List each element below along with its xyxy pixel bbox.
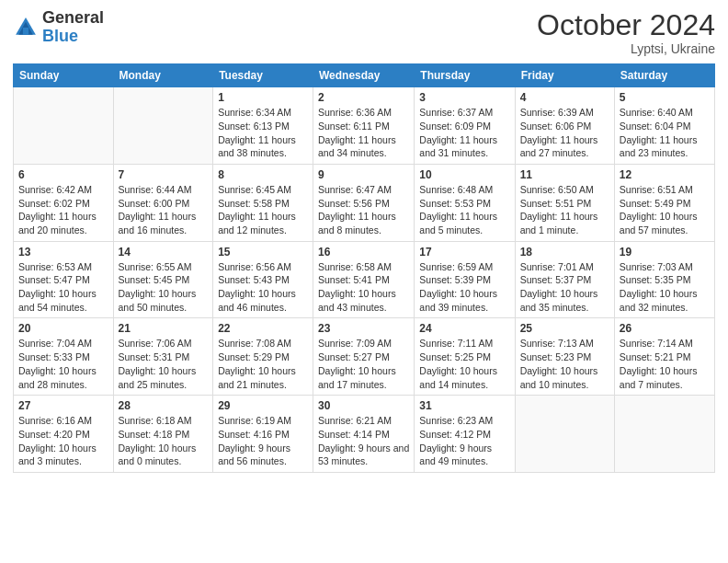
calendar-cell: 16Sunrise: 6:58 AMSunset: 5:41 PMDayligh… xyxy=(313,241,415,318)
logo-text: General Blue xyxy=(42,9,104,46)
day-info: Sunrise: 6:39 AMSunset: 6:06 PMDaylight:… xyxy=(520,106,609,160)
day-info: Sunrise: 7:13 AMSunset: 5:23 PMDaylight:… xyxy=(520,337,609,391)
day-info: Sunrise: 6:47 AMSunset: 5:56 PMDaylight:… xyxy=(318,183,409,237)
day-info: Sunrise: 6:42 AMSunset: 6:02 PMDaylight:… xyxy=(18,183,108,237)
day-info: Sunrise: 6:53 AMSunset: 5:47 PMDaylight:… xyxy=(18,260,108,315)
day-info: Sunrise: 6:21 AMSunset: 4:14 PMDaylight:… xyxy=(318,414,409,468)
day-number: 15 xyxy=(218,246,308,259)
calendar-cell: 27Sunrise: 6:16 AMSunset: 4:20 PMDayligh… xyxy=(14,396,114,473)
col-tuesday: Tuesday xyxy=(213,64,313,87)
day-info: Sunrise: 6:19 AMSunset: 4:16 PMDaylight:… xyxy=(218,414,308,468)
day-info: Sunrise: 6:55 AMSunset: 5:45 PMDaylight:… xyxy=(119,260,209,315)
calendar-cell: 13Sunrise: 6:53 AMSunset: 5:47 PMDayligh… xyxy=(14,241,114,318)
day-info: Sunrise: 7:04 AMSunset: 5:33 PMDaylight:… xyxy=(18,337,108,391)
day-number: 27 xyxy=(18,399,108,412)
day-info: Sunrise: 6:34 AMSunset: 6:13 PMDaylight:… xyxy=(218,106,308,160)
day-info: Sunrise: 7:03 AMSunset: 5:35 PMDaylight:… xyxy=(620,260,710,315)
day-number: 11 xyxy=(520,168,609,181)
day-number: 4 xyxy=(520,91,609,104)
calendar-cell: 3Sunrise: 6:37 AMSunset: 6:09 PMDaylight… xyxy=(415,87,515,165)
calendar-cell xyxy=(14,87,114,165)
calendar-cell: 26Sunrise: 7:14 AMSunset: 5:21 PMDayligh… xyxy=(614,318,714,396)
day-number: 12 xyxy=(620,168,710,181)
calendar-cell: 30Sunrise: 6:21 AMSunset: 4:14 PMDayligh… xyxy=(313,396,415,473)
col-saturday: Saturday xyxy=(614,64,714,87)
calendar-week-row: 27Sunrise: 6:16 AMSunset: 4:20 PMDayligh… xyxy=(14,396,715,473)
day-info: Sunrise: 6:16 AMSunset: 4:20 PMDaylight:… xyxy=(18,414,108,468)
day-number: 3 xyxy=(419,91,509,104)
day-number: 18 xyxy=(520,246,609,259)
day-info: Sunrise: 6:51 AMSunset: 5:49 PMDaylight:… xyxy=(620,183,710,237)
calendar-cell: 5Sunrise: 6:40 AMSunset: 6:04 PMDaylight… xyxy=(614,87,714,165)
calendar-cell: 4Sunrise: 6:39 AMSunset: 6:06 PMDaylight… xyxy=(515,87,614,165)
day-number: 2 xyxy=(318,91,409,104)
day-info: Sunrise: 6:44 AMSunset: 6:00 PMDaylight:… xyxy=(119,183,209,237)
calendar-cell: 24Sunrise: 7:11 AMSunset: 5:25 PMDayligh… xyxy=(415,318,515,396)
day-number: 28 xyxy=(119,399,209,412)
calendar-cell: 2Sunrise: 6:36 AMSunset: 6:11 PMDaylight… xyxy=(313,87,415,165)
day-number: 17 xyxy=(419,246,509,259)
day-info: Sunrise: 7:11 AMSunset: 5:25 PMDaylight:… xyxy=(419,337,509,391)
calendar-cell: 17Sunrise: 6:59 AMSunset: 5:39 PMDayligh… xyxy=(415,241,515,318)
day-info: Sunrise: 7:08 AMSunset: 5:29 PMDaylight:… xyxy=(218,337,308,391)
calendar-cell: 9Sunrise: 6:47 AMSunset: 5:56 PMDaylight… xyxy=(313,164,415,241)
logo-icon xyxy=(13,15,39,40)
day-number: 30 xyxy=(318,399,409,412)
day-info: Sunrise: 7:09 AMSunset: 5:27 PMDaylight:… xyxy=(318,337,409,391)
day-info: Sunrise: 6:45 AMSunset: 5:58 PMDaylight:… xyxy=(218,183,308,237)
day-number: 31 xyxy=(419,399,509,412)
title-area: October 2024 Lyptsi, Ukraine xyxy=(537,9,715,56)
calendar-cell: 14Sunrise: 6:55 AMSunset: 5:45 PMDayligh… xyxy=(113,241,213,318)
col-wednesday: Wednesday xyxy=(313,64,415,87)
col-friday: Friday xyxy=(515,64,614,87)
day-number: 21 xyxy=(119,322,209,335)
day-number: 24 xyxy=(419,322,509,335)
day-number: 7 xyxy=(119,168,209,181)
day-number: 19 xyxy=(620,246,710,259)
day-number: 6 xyxy=(18,168,108,181)
day-info: Sunrise: 6:58 AMSunset: 5:41 PMDaylight:… xyxy=(318,260,409,315)
calendar-cell: 1Sunrise: 6:34 AMSunset: 6:13 PMDaylight… xyxy=(213,87,313,165)
day-info: Sunrise: 6:48 AMSunset: 5:53 PMDaylight:… xyxy=(419,183,509,237)
day-info: Sunrise: 6:40 AMSunset: 6:04 PMDaylight:… xyxy=(620,106,710,160)
calendar-week-row: 6Sunrise: 6:42 AMSunset: 6:02 PMDaylight… xyxy=(14,164,715,241)
calendar-cell: 15Sunrise: 6:56 AMSunset: 5:43 PMDayligh… xyxy=(213,241,313,318)
day-info: Sunrise: 7:14 AMSunset: 5:21 PMDaylight:… xyxy=(620,337,710,391)
day-info: Sunrise: 6:56 AMSunset: 5:43 PMDaylight:… xyxy=(218,260,308,315)
calendar-cell: 28Sunrise: 6:18 AMSunset: 4:18 PMDayligh… xyxy=(113,396,213,473)
location-subtitle: Lyptsi, Ukraine xyxy=(537,41,715,56)
calendar-cell xyxy=(614,396,714,473)
day-number: 25 xyxy=(520,322,609,335)
calendar-week-row: 1Sunrise: 6:34 AMSunset: 6:13 PMDaylight… xyxy=(14,87,715,165)
calendar-cell: 18Sunrise: 7:01 AMSunset: 5:37 PMDayligh… xyxy=(515,241,614,318)
calendar-cell: 7Sunrise: 6:44 AMSunset: 6:00 PMDaylight… xyxy=(113,164,213,241)
day-number: 9 xyxy=(318,168,409,181)
calendar-cell: 8Sunrise: 6:45 AMSunset: 5:58 PMDaylight… xyxy=(213,164,313,241)
day-info: Sunrise: 6:37 AMSunset: 6:09 PMDaylight:… xyxy=(419,106,509,160)
calendar-cell: 12Sunrise: 6:51 AMSunset: 5:49 PMDayligh… xyxy=(614,164,714,241)
svg-rect-2 xyxy=(23,28,28,35)
logo: General Blue xyxy=(13,9,104,46)
day-info: Sunrise: 6:59 AMSunset: 5:39 PMDaylight:… xyxy=(419,260,509,315)
main-container: General Blue October 2024 Lyptsi, Ukrain… xyxy=(0,0,728,482)
col-sunday: Sunday xyxy=(14,64,114,87)
calendar-cell: 21Sunrise: 7:06 AMSunset: 5:31 PMDayligh… xyxy=(113,318,213,396)
calendar-cell xyxy=(113,87,213,165)
calendar-cell xyxy=(515,396,614,473)
logo-blue-text: Blue xyxy=(42,28,104,46)
calendar-cell: 23Sunrise: 7:09 AMSunset: 5:27 PMDayligh… xyxy=(313,318,415,396)
day-info: Sunrise: 6:50 AMSunset: 5:51 PMDaylight:… xyxy=(520,183,609,237)
day-number: 23 xyxy=(318,322,409,335)
day-number: 16 xyxy=(318,246,409,259)
day-info: Sunrise: 6:23 AMSunset: 4:12 PMDaylight:… xyxy=(419,414,509,468)
calendar-cell: 10Sunrise: 6:48 AMSunset: 5:53 PMDayligh… xyxy=(415,164,515,241)
day-info: Sunrise: 6:18 AMSunset: 4:18 PMDaylight:… xyxy=(119,414,209,468)
calendar-header-row: Sunday Monday Tuesday Wednesday Thursday… xyxy=(14,64,715,87)
calendar-cell: 11Sunrise: 6:50 AMSunset: 5:51 PMDayligh… xyxy=(515,164,614,241)
day-number: 26 xyxy=(620,322,710,335)
header: General Blue October 2024 Lyptsi, Ukrain… xyxy=(13,9,715,56)
col-monday: Monday xyxy=(113,64,213,87)
day-number: 22 xyxy=(218,322,308,335)
day-number: 20 xyxy=(18,322,108,335)
calendar-cell: 19Sunrise: 7:03 AMSunset: 5:35 PMDayligh… xyxy=(614,241,714,318)
